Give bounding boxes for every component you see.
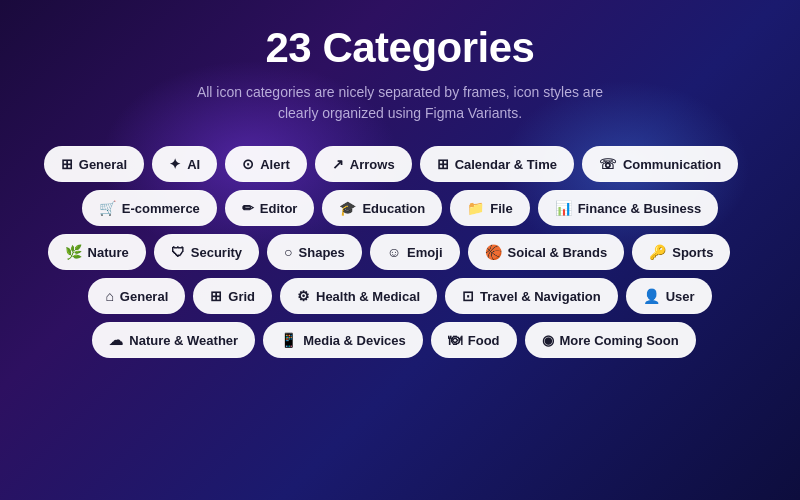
alert-icon: ⊙ xyxy=(242,156,254,172)
more-icon: ◉ xyxy=(542,332,554,348)
weather-icon: ☁ xyxy=(109,332,123,348)
pill-nature[interactable]: 🌿 Nature xyxy=(48,234,146,270)
row-3: 🌿 Nature 🛡 Security ○ Shapes ☺ Emoji 🏀 xyxy=(0,234,800,270)
pill-communication[interactable]: ☏ Communication xyxy=(582,146,738,182)
sports-icon: 🔑 xyxy=(649,244,666,260)
emoji-icon: ☺ xyxy=(387,244,401,260)
pill-editor[interactable]: ✏ Editor xyxy=(225,190,315,226)
communication-icon: ☏ xyxy=(599,156,617,172)
pill-food[interactable]: 🍽 Food xyxy=(431,322,517,358)
pill-arrows[interactable]: ↗ Arrows xyxy=(315,146,412,182)
user-icon: 👤 xyxy=(643,288,660,304)
health-icon: ⚙ xyxy=(297,288,310,304)
pill-emoji[interactable]: ☺ Emoji xyxy=(370,234,460,270)
page-title: 23 Categories xyxy=(266,24,535,72)
pill-ecommerce[interactable]: 🛒 E-commerce xyxy=(82,190,217,226)
general-icon: ⊞ xyxy=(61,156,73,172)
pill-nature-weather[interactable]: ☁ Nature & Weather xyxy=(92,322,255,358)
travel-icon: ⊡ xyxy=(462,288,474,304)
pill-more[interactable]: ◉ More Coming Soon xyxy=(525,322,696,358)
pill-user[interactable]: 👤 User xyxy=(626,278,712,314)
pill-shapes[interactable]: ○ Shapes xyxy=(267,234,362,270)
pill-education[interactable]: 🎓 Education xyxy=(322,190,442,226)
row-4: ⌂ General ⊞ Grid ⚙ Health & Medical ⊡ Tr… xyxy=(0,278,800,314)
pill-ai[interactable]: ✦ AI xyxy=(152,146,217,182)
ai-icon: ✦ xyxy=(169,156,181,172)
page-subtitle: All icon categories are nicely separated… xyxy=(190,82,610,124)
pill-sports[interactable]: 🔑 Sports xyxy=(632,234,730,270)
row-1: ⊞ General ✦ AI ⊙ Alert ↗ Arrows ⊞ Cale xyxy=(0,146,800,182)
media-icon: 📱 xyxy=(280,332,297,348)
pill-travel[interactable]: ⊡ Travel & Navigation xyxy=(445,278,618,314)
pill-general2[interactable]: ⌂ General xyxy=(88,278,185,314)
pill-calendar[interactable]: ⊞ Calendar & Time xyxy=(420,146,574,182)
file-icon: 📁 xyxy=(467,200,484,216)
categories-grid: ⊞ General ✦ AI ⊙ Alert ↗ Arrows ⊞ Cale xyxy=(0,146,800,358)
finance-icon: 📊 xyxy=(555,200,572,216)
shapes-icon: ○ xyxy=(284,244,292,260)
pill-social[interactable]: 🏀 Soical & Brands xyxy=(468,234,625,270)
pill-grid[interactable]: ⊞ Grid xyxy=(193,278,272,314)
pill-general[interactable]: ⊞ General xyxy=(44,146,144,182)
pill-alert[interactable]: ⊙ Alert xyxy=(225,146,307,182)
pill-file[interactable]: 📁 File xyxy=(450,190,529,226)
social-icon: 🏀 xyxy=(485,244,502,260)
pill-media[interactable]: 📱 Media & Devices xyxy=(263,322,423,358)
home-icon: ⌂ xyxy=(105,288,113,304)
arrows-icon: ↗ xyxy=(332,156,344,172)
calendar-icon: ⊞ xyxy=(437,156,449,172)
row-2: 🛒 E-commerce ✏ Editor 🎓 Education 📁 File… xyxy=(0,190,800,226)
security-icon: 🛡 xyxy=(171,244,185,260)
education-icon: 🎓 xyxy=(339,200,356,216)
grid-icon: ⊞ xyxy=(210,288,222,304)
pill-finance[interactable]: 📊 Finance & Business xyxy=(538,190,719,226)
editor-icon: ✏ xyxy=(242,200,254,216)
pill-health[interactable]: ⚙ Health & Medical xyxy=(280,278,437,314)
ecommerce-icon: 🛒 xyxy=(99,200,116,216)
pill-security[interactable]: 🛡 Security xyxy=(154,234,259,270)
food-icon: 🍽 xyxy=(448,332,462,348)
page-container: 23 Categories All icon categories are ni… xyxy=(0,0,800,368)
nature-icon: 🌿 xyxy=(65,244,82,260)
row-5: ☁ Nature & Weather 📱 Media & Devices 🍽 F… xyxy=(0,322,800,358)
